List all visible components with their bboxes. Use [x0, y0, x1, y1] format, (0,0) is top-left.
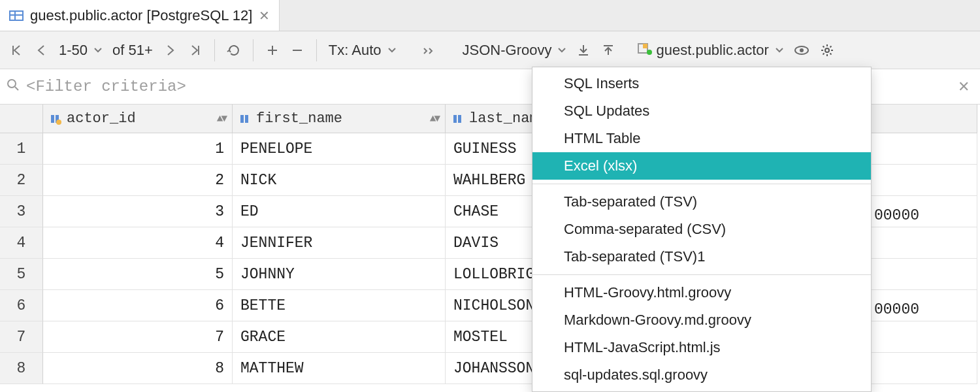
extractor-menu: SQL Inserts SQL Updates HTML Table Excel… — [532, 67, 872, 392]
cell[interactable]: 4 — [43, 227, 233, 259]
svg-rect-13 — [240, 115, 244, 123]
more-actions-button[interactable] — [419, 39, 439, 62]
datasource-icon — [636, 42, 652, 59]
tx-mode-dropdown[interactable]: Tx: Auto — [326, 42, 399, 59]
menu-item-tsv[interactable]: Tab-separated (TSV) — [532, 188, 871, 216]
sort-indicator-icon[interactable]: ▲▼ — [217, 113, 225, 125]
cell[interactable]: 6 — [43, 290, 233, 321]
cell[interactable]: ED — [233, 196, 446, 227]
search-icon — [7, 78, 20, 95]
row-number-header[interactable] — [0, 105, 43, 133]
svg-point-8 — [8, 80, 16, 88]
svg-rect-16 — [458, 115, 461, 123]
cell[interactable]: 7 — [43, 321, 233, 353]
datasource-label: guest.public.actor — [656, 42, 768, 59]
table-icon — [9, 8, 24, 23]
cell[interactable]: JOHNNY — [233, 259, 446, 290]
primary-key-column-icon — [50, 113, 61, 125]
column-header-actor-id[interactable]: actor_id ▲▼ — [43, 105, 233, 133]
view-button[interactable] — [791, 39, 812, 62]
separator — [253, 39, 253, 61]
tab-bar: guest.public.actor [PostgreSQL 12] ✕ — [0, 0, 980, 31]
svg-line-9 — [15, 87, 18, 90]
cell[interactable]: PENELOPE — [233, 133, 446, 165]
last-page-button[interactable] — [186, 39, 205, 62]
column-icon — [452, 113, 464, 125]
partial-column-values: 00000 00000 00000 00000 00000 00000 0000… — [874, 137, 919, 392]
menu-item-sql-inserts[interactable]: SQL Inserts — [532, 70, 871, 97]
cell[interactable]: JENNIFER — [233, 227, 446, 259]
cell[interactable]: 1 — [43, 133, 233, 165]
cell[interactable]: MATTHEW — [233, 353, 446, 384]
menu-divider — [532, 274, 871, 275]
import-data-button[interactable] — [598, 39, 618, 62]
tab-title: guest.public.actor [PostgreSQL 12] — [30, 7, 252, 24]
row-number[interactable]: 6 — [0, 290, 43, 321]
svg-point-7 — [825, 48, 829, 52]
close-icon[interactable]: ✕ — [259, 8, 270, 24]
results-toolbar: 1-50 of 51+ Tx: Auto JSON-Groovy guest.p… — [0, 31, 980, 69]
chevron-down-icon — [558, 46, 566, 54]
remove-row-button[interactable] — [287, 39, 307, 62]
export-data-button[interactable] — [574, 39, 593, 62]
menu-item-html-groovy[interactable]: HTML-Groovy.html.groovy — [532, 279, 871, 306]
extractor-dropdown[interactable]: JSON-Groovy — [460, 42, 569, 59]
page-range-label: 1-50 — [59, 42, 88, 59]
column-name: first_name — [256, 110, 342, 127]
column-icon — [239, 113, 251, 125]
menu-item-html-js[interactable]: HTML-JavaScript.html.js — [532, 334, 871, 361]
cell[interactable]: 2 — [43, 165, 233, 196]
svg-rect-14 — [245, 115, 248, 123]
cell[interactable]: BETTE — [233, 290, 446, 321]
row-number[interactable]: 1 — [0, 133, 43, 165]
menu-item-html-table[interactable]: HTML Table — [532, 125, 871, 152]
separator — [316, 39, 317, 61]
cell[interactable]: NICK — [233, 165, 446, 196]
chevron-down-icon — [776, 46, 783, 54]
cell[interactable]: 5 — [43, 259, 233, 290]
menu-item-sql-updates-groovy[interactable]: sql-updates.sql.groovy — [532, 361, 871, 389]
row-number[interactable]: 2 — [0, 165, 43, 196]
row-number[interactable]: 7 — [0, 321, 43, 353]
menu-item-excel-xlsx[interactable]: Excel (xlsx) — [532, 152, 871, 180]
reload-button[interactable] — [224, 39, 244, 62]
chevron-down-icon — [388, 46, 396, 54]
menu-item-tsv1[interactable]: Tab-separated (TSV)1 — [532, 243, 871, 270]
page-range-dropdown[interactable]: 1-50 — [56, 42, 105, 59]
next-page-button[interactable] — [161, 39, 180, 62]
chevron-down-icon — [94, 46, 102, 54]
svg-point-12 — [56, 120, 61, 125]
cell[interactable]: 8 — [43, 353, 233, 384]
total-rows-label: of 51+ — [110, 42, 155, 59]
menu-item-csv[interactable]: Comma-separated (CSV) — [532, 216, 871, 243]
cell[interactable]: 3 — [43, 196, 233, 227]
row-number[interactable]: 8 — [0, 353, 43, 384]
first-page-button[interactable] — [7, 39, 26, 62]
svg-point-6 — [800, 48, 804, 52]
column-header-first-name[interactable]: first_name ▲▼ — [233, 105, 446, 133]
settings-button[interactable] — [817, 39, 837, 62]
clear-filter-icon[interactable]: ✕ — [954, 78, 973, 95]
row-number[interactable]: 3 — [0, 196, 43, 227]
menu-item-markdown-groovy[interactable]: Markdown-Groovy.md.groovy — [532, 306, 871, 334]
separator — [214, 39, 215, 61]
datasource-dropdown[interactable]: guest.public.actor — [634, 42, 785, 59]
row-number[interactable]: 5 — [0, 259, 43, 290]
tx-mode-label: Tx: Auto — [329, 42, 382, 59]
svg-rect-15 — [453, 115, 457, 123]
column-name: actor_id — [67, 110, 136, 127]
svg-rect-4 — [643, 44, 647, 48]
svg-rect-10 — [51, 115, 54, 123]
add-row-button[interactable] — [263, 39, 282, 62]
extractor-label: JSON-Groovy — [463, 42, 552, 59]
menu-divider — [532, 184, 871, 184]
row-number[interactable]: 4 — [0, 227, 43, 259]
sort-indicator-icon[interactable]: ▲▼ — [430, 113, 438, 125]
menu-item-sql-updates[interactable]: SQL Updates — [532, 97, 871, 125]
editor-tab[interactable]: guest.public.actor [PostgreSQL 12] ✕ — [0, 0, 280, 31]
cell[interactable]: GRACE — [233, 321, 446, 353]
prev-page-button[interactable] — [31, 39, 51, 62]
